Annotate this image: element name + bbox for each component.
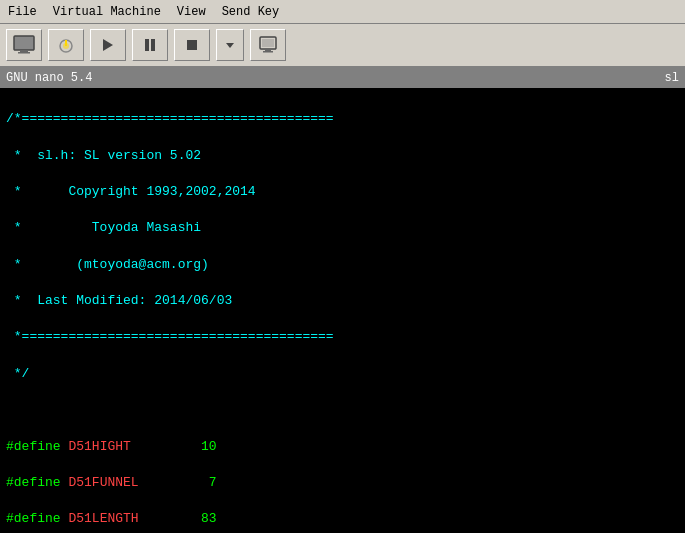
svg-rect-14 bbox=[263, 51, 273, 53]
main-window: File Virtual Machine View Send Key bbox=[0, 0, 685, 533]
stop-button[interactable] bbox=[174, 29, 210, 61]
code-line-10: #define D51FUNNEL 7 bbox=[6, 474, 679, 492]
terminal-title: GNU nano 5.4 bbox=[6, 71, 92, 85]
svg-marker-10 bbox=[226, 43, 234, 48]
code-line-7: *=======================================… bbox=[6, 328, 679, 346]
fullscreen-button[interactable] bbox=[250, 29, 286, 61]
code-line-5: * (mtoyoda@acm.org) bbox=[6, 256, 679, 274]
menu-file[interactable]: File bbox=[4, 4, 41, 20]
menu-send-key[interactable]: Send Key bbox=[218, 4, 284, 20]
code-line-2: * sl.h: SL version 5.02 bbox=[6, 147, 679, 165]
svg-rect-9 bbox=[187, 40, 197, 50]
svg-rect-0 bbox=[14, 36, 34, 50]
code-line-4: * Toyoda Masashi bbox=[6, 219, 679, 237]
play-button[interactable] bbox=[90, 29, 126, 61]
power-button[interactable] bbox=[48, 29, 84, 61]
code-line-11: #define D51LENGTH 83 bbox=[6, 510, 679, 528]
terminal-titlebar: GNU nano 5.4 sl bbox=[0, 68, 685, 88]
dropdown-button[interactable] bbox=[216, 29, 244, 61]
toolbar bbox=[0, 24, 685, 68]
code-line-6: * Last Modified: 2014/06/03 bbox=[6, 292, 679, 310]
monitor-button[interactable] bbox=[6, 29, 42, 61]
svg-rect-2 bbox=[18, 52, 30, 54]
svg-point-5 bbox=[63, 43, 69, 49]
menu-view[interactable]: View bbox=[173, 4, 210, 20]
svg-rect-7 bbox=[145, 39, 149, 51]
code-line-blank-1 bbox=[6, 401, 679, 419]
code-line-8: */ bbox=[6, 365, 679, 383]
svg-rect-12 bbox=[262, 39, 274, 47]
terminal-title-right: sl bbox=[665, 71, 679, 85]
pause-button[interactable] bbox=[132, 29, 168, 61]
code-line-9: #define D51HIGHT 10 bbox=[6, 438, 679, 456]
svg-rect-1 bbox=[20, 50, 28, 52]
menu-virtual-machine[interactable]: Virtual Machine bbox=[49, 4, 165, 20]
svg-rect-8 bbox=[151, 39, 155, 51]
terminal-content: /*======================================… bbox=[0, 88, 685, 533]
menubar: File Virtual Machine View Send Key bbox=[0, 0, 685, 24]
code-line-1: /*======================================… bbox=[6, 110, 679, 128]
svg-marker-6 bbox=[103, 39, 113, 51]
svg-rect-13 bbox=[265, 49, 271, 51]
code-line-3: * Copyright 1993,2002,2014 bbox=[6, 183, 679, 201]
